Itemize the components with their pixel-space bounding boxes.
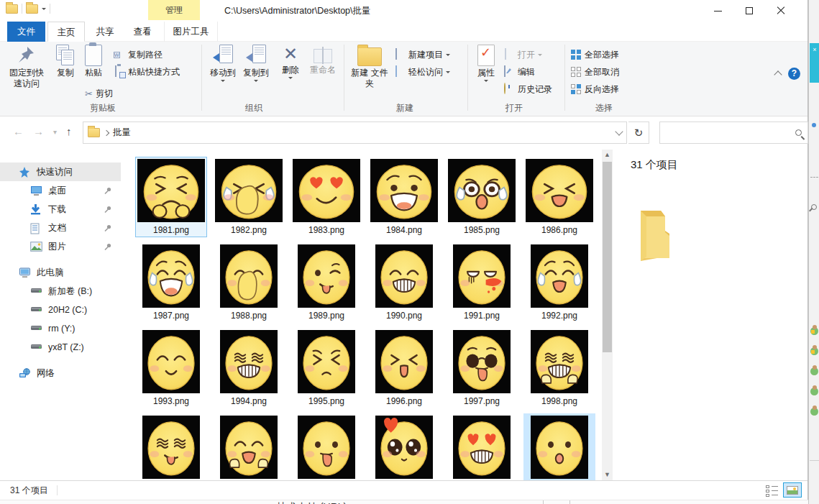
file-item[interactable] xyxy=(446,413,518,480)
sidebar-item-label: 桌面 xyxy=(48,185,66,197)
close-button[interactable] xyxy=(765,0,797,22)
up-icon[interactable]: ↑ xyxy=(66,125,72,137)
select-none-button[interactable]: 全部取消 xyxy=(571,65,619,79)
move-to-button[interactable]: 移动到 xyxy=(207,45,239,82)
scroll-down-icon[interactable]: ▼ xyxy=(602,469,613,480)
history-button[interactable]: 历史记录 xyxy=(503,82,552,96)
sidebar-item-download[interactable]: 下载 xyxy=(0,200,121,219)
back-icon[interactable]: ← xyxy=(13,125,24,137)
bawl-emoji-image xyxy=(448,159,516,222)
breadcrumb[interactable]: 批量 xyxy=(113,127,131,139)
file-item-1997[interactable]: 1997.png xyxy=(446,328,518,408)
sidebar-item-drive[interactable]: 20H2 (C:) xyxy=(0,301,121,319)
open-button[interactable]: 打开 xyxy=(503,47,542,62)
copy-to-button[interactable]: 复制到 xyxy=(240,45,272,82)
edit-button[interactable]: 编辑 xyxy=(503,65,535,79)
sidebar-item-document[interactable]: 文档 xyxy=(0,219,121,237)
tab-picture-tools[interactable]: 图片工具 xyxy=(164,22,218,42)
minimize-button[interactable] xyxy=(702,0,733,22)
easy-access-icon xyxy=(394,66,406,78)
sidebar-item-quick-access[interactable]: 快速访问 xyxy=(0,162,121,181)
easy-access-caret-icon xyxy=(446,71,450,73)
maximize-button[interactable] xyxy=(733,0,765,22)
address-bar[interactable]: 批量 xyxy=(83,122,627,144)
file-item[interactable] xyxy=(368,413,440,480)
qat-folder-icon[interactable] xyxy=(26,4,38,14)
details-view-button[interactable] xyxy=(766,485,779,498)
file-item-1984[interactable]: 1984.png xyxy=(368,157,440,237)
heart-smirk-emoji-image xyxy=(293,159,360,222)
grin-hands-emoji-image xyxy=(531,330,588,393)
properties-button[interactable]: 属性 xyxy=(473,45,499,82)
file-item-1995[interactable]: 1995.png xyxy=(290,328,362,408)
file-thumbnail xyxy=(215,157,283,224)
sidebar-item-desktop[interactable]: 桌面 xyxy=(0,181,121,200)
recent-locations-caret-icon[interactable]: ▾ xyxy=(53,128,57,136)
minimize-icon xyxy=(714,11,722,12)
paste-shortcut-button[interactable]: 粘贴快捷方式 xyxy=(114,65,180,79)
file-item[interactable] xyxy=(213,413,285,480)
file-item-1986[interactable]: 1986.png xyxy=(523,157,595,237)
refresh-button[interactable]: ↻ xyxy=(628,122,649,144)
file-item[interactable] xyxy=(523,413,595,480)
ribbon-tab-row: 文件 主页 共享 查看 图片工具 xyxy=(0,22,807,42)
pin-to-quick-access-button[interactable]: 固定到快速访问 xyxy=(6,45,47,89)
file-thumbnail xyxy=(137,157,205,224)
sidebar-item-network[interactable]: 网络 xyxy=(0,364,121,382)
file-item-1985[interactable]: 1985.png xyxy=(446,157,518,237)
sidebar-item-this-pc[interactable]: 此电脑 xyxy=(0,263,121,282)
select-all-button[interactable]: 全部选择 xyxy=(571,47,619,62)
file-item-1988[interactable]: 1988.png xyxy=(213,242,285,323)
file-item-1989[interactable]: 1989.png xyxy=(290,242,362,323)
file-item-1993[interactable]: 1993.png xyxy=(135,328,207,408)
cut-button[interactable]: ✂ 剪切 xyxy=(85,86,113,101)
scrollbar-thumb[interactable] xyxy=(603,162,612,352)
scribble-tongue-emoji-image xyxy=(142,416,200,479)
file-item-1981[interactable]: 1981.png xyxy=(135,157,207,237)
qat-customize-caret-icon[interactable] xyxy=(42,8,46,10)
search-box[interactable] xyxy=(659,122,808,144)
file-item-1991[interactable]: 1991.png xyxy=(446,242,518,323)
file-item[interactable] xyxy=(290,413,362,480)
history-icon xyxy=(503,83,515,95)
tab-view[interactable]: 查看 xyxy=(124,22,160,42)
invert-selection-button[interactable]: 反向选择 xyxy=(571,82,619,96)
easy-access-button[interactable]: 轻松访问 xyxy=(394,65,450,79)
tab-home[interactable]: 主页 xyxy=(47,22,85,42)
delete-button[interactable]: ✕ 删除 xyxy=(278,45,303,79)
sidebar-item-drive[interactable]: 新加卷 (B:) xyxy=(0,282,121,301)
paste-button[interactable]: 粘贴 xyxy=(81,45,106,78)
sidebar-item-drive[interactable]: yx8T (Z:) xyxy=(0,338,121,357)
copy-path-button[interactable]: W 复制路径 xyxy=(114,47,163,62)
scroll-up-icon[interactable]: ▲ xyxy=(602,150,613,160)
tab-share[interactable]: 共享 xyxy=(87,22,123,42)
file-item-1996[interactable]: 1996.png xyxy=(368,328,440,408)
tab-file[interactable]: 文件 xyxy=(7,22,45,42)
file-item-1994[interactable]: 1994.png xyxy=(213,328,285,408)
drive-icon xyxy=(30,305,42,316)
address-dropdown-icon[interactable] xyxy=(615,127,623,135)
sidebar-item-drive[interactable]: rm (Y:) xyxy=(0,319,121,338)
file-item-1983[interactable]: 1983.png xyxy=(290,157,362,237)
file-item-1998[interactable]: 1998.png xyxy=(523,328,595,408)
forward-icon[interactable]: → xyxy=(33,125,44,137)
collapse-ribbon-icon[interactable] xyxy=(774,70,782,78)
vertical-scrollbar[interactable]: ▲ ▼ xyxy=(602,150,613,480)
refresh-icon: ↻ xyxy=(634,127,644,139)
copy-button[interactable]: 复制 xyxy=(53,45,78,78)
rename-button[interactable]: 重命名 xyxy=(306,45,339,75)
file-item-1990[interactable]: 1990.png xyxy=(368,242,440,323)
file-item-1992[interactable]: 1992.png xyxy=(523,242,595,323)
sidebar-item-pictures[interactable]: 图片 xyxy=(0,237,121,256)
file-item-1982[interactable]: 1982.png xyxy=(213,157,285,237)
large-icons-view-button[interactable] xyxy=(783,482,802,498)
new-item-button[interactable]: 新建项目 xyxy=(394,47,450,62)
file-item-1987[interactable]: 1987.png xyxy=(135,242,207,323)
new-folder-button[interactable]: 新建 文件夹 xyxy=(349,45,390,89)
help-icon[interactable]: ? xyxy=(788,68,800,80)
file-item[interactable] xyxy=(135,413,207,480)
search-input[interactable] xyxy=(666,128,795,138)
file-name-label: 1987.png xyxy=(153,311,189,321)
file-thumbnail xyxy=(531,414,588,480)
breadcrumb-chevron-icon xyxy=(104,129,109,135)
